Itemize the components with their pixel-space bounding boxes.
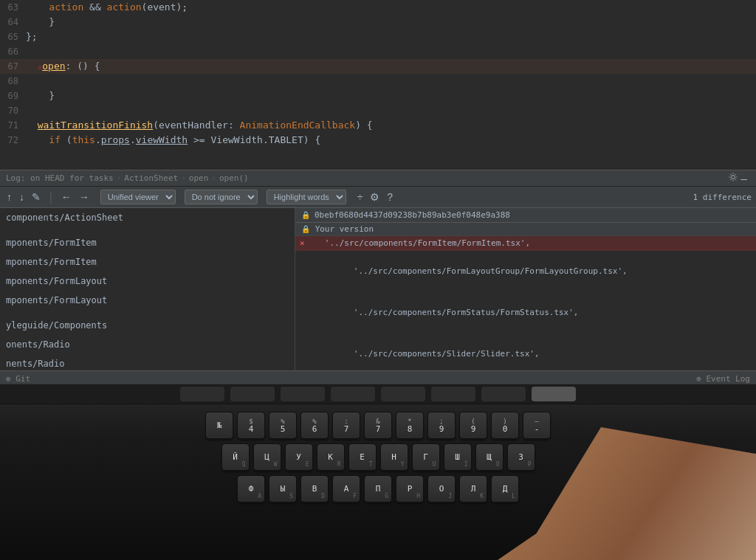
file-item[interactable]: nents/Radio	[0, 354, 295, 370]
file-item[interactable]: mponents/FormLayout	[0, 291, 295, 310]
diff-area: components/ActionSheet mponents/FormItem…	[0, 208, 756, 370]
line-content: ⚠open: () {	[26, 59, 756, 75]
diff-toolbar: ↑ ↓ ✎ | ← → Unified viewer Do not ignore…	[0, 186, 756, 208]
breadcrumb-actionsheet[interactable]: ActionSheet	[124, 173, 178, 183]
log-label: Log: on HEAD for tasks	[6, 173, 114, 183]
diff-line-2: '../src/components/FormLayoutGroup/FormL…	[339, 266, 628, 276]
key-l[interactable]: Л K	[459, 475, 487, 503]
touchbar-key[interactable]	[381, 387, 425, 401]
lock-icon2: 🔒	[301, 225, 310, 233]
key-8[interactable]: * 8	[396, 412, 424, 440]
edit-btn[interactable]: ✎	[30, 190, 43, 204]
key-d[interactable]: Д L	[491, 475, 519, 503]
breadcrumb-bar: Log: on HEAD for tasks › ActionSheet › o…	[0, 170, 756, 186]
key-5[interactable]: % 5	[269, 412, 297, 440]
touchbar	[0, 384, 756, 404]
key-label: Щ	[487, 453, 492, 461]
code-line-68: 68	[0, 74, 756, 89]
line-number: 66	[0, 44, 26, 59]
key-f[interactable]: Ф A	[237, 475, 265, 503]
settings-btn[interactable]: ⚙	[368, 190, 382, 204]
diff-version-header: 🔒 Your version	[295, 223, 756, 236]
key-c[interactable]: Ц W	[253, 443, 281, 471]
key-p[interactable]: П G	[364, 475, 392, 503]
keyboard-area: № $ 4 % 5 % 6 : 7 &	[0, 384, 756, 560]
key-latin: O	[496, 461, 500, 468]
touchbar-key[interactable]	[431, 387, 475, 401]
key-9b[interactable]: ( 9	[459, 412, 487, 440]
line-content: if (this.props.viewWidth >= ViewWidth.TA…	[26, 133, 756, 148]
right-arrow-btn[interactable]: →	[77, 190, 92, 204]
key-sh[interactable]: Ш I	[444, 443, 472, 471]
file-item[interactable]: mponents/FormItem	[0, 252, 295, 272]
line-number: 70	[0, 103, 26, 118]
key-latin: T	[369, 461, 373, 468]
settings-icon[interactable]	[728, 172, 738, 182]
breadcrumb-open2[interactable]: open()	[219, 173, 249, 183]
key-v[interactable]: В D	[300, 475, 329, 503]
file-item[interactable]: onents/Radio	[0, 335, 295, 354]
file-item[interactable]	[0, 227, 295, 233]
file-item[interactable]: components/ActionSheet	[0, 208, 295, 227]
code-line-64: 64 }	[0, 15, 756, 30]
key-no[interactable]: №	[205, 412, 233, 440]
key-y[interactable]: Ы S	[269, 475, 297, 503]
key-label: П	[376, 485, 381, 493]
event-log-label[interactable]: ⊕ Event Log	[696, 374, 750, 384]
code-line-63: 63 action && action(event);	[0, 0, 756, 15]
key-r[interactable]: Р H	[396, 475, 424, 503]
key-u[interactable]: У E	[285, 443, 313, 471]
key-a[interactable]: А F	[332, 475, 360, 503]
removed-marker: ×	[300, 237, 310, 250]
key-k[interactable]: К R	[317, 443, 345, 471]
key-7a[interactable]: : 7	[332, 412, 360, 440]
divide-btn[interactable]: ÷	[355, 190, 365, 204]
breadcrumb-open1[interactable]: open	[189, 173, 209, 183]
touchbar-key[interactable]	[230, 387, 275, 401]
left-arrow-btn[interactable]: ←	[59, 190, 74, 204]
key-6[interactable]: % 6	[300, 412, 329, 440]
key-n[interactable]: Н Y	[380, 443, 408, 471]
key-ye[interactable]: Е T	[348, 443, 377, 471]
key-z[interactable]: З P	[507, 443, 535, 471]
key-4[interactable]: $ 4	[237, 412, 265, 440]
file-item[interactable]: mponents/FormItem	[0, 233, 295, 252]
breadcrumb-sep3: ›	[211, 173, 216, 183]
key-shch[interactable]: Щ O	[475, 443, 504, 471]
key-minus[interactable]: — -	[523, 412, 551, 440]
viewer-dropdown[interactable]: Unified viewer	[100, 190, 176, 204]
key-j[interactable]: Й Q	[221, 443, 250, 471]
key-label: Р	[408, 485, 413, 493]
help-btn[interactable]: ?	[385, 190, 395, 204]
key-0[interactable]: ) 0	[491, 412, 519, 440]
key-g[interactable]: Г U	[412, 443, 440, 471]
file-item[interactable]: yleguide/Components	[0, 316, 295, 335]
up-arrow-btn[interactable]: ↑	[4, 190, 14, 204]
key-7b[interactable]: & 7	[364, 412, 392, 440]
touchbar-key[interactable]	[481, 387, 526, 401]
line-number: 72	[0, 133, 26, 148]
key-o[interactable]: О J	[427, 475, 456, 503]
file-item[interactable]: mponents/FormLayout	[0, 272, 295, 291]
line-content: action && action(event);	[26, 0, 756, 15]
file-item[interactable]	[0, 310, 295, 316]
key-label: Ц	[264, 453, 269, 461]
git-label[interactable]: ⊗ Git	[6, 374, 30, 384]
touchbar-key[interactable]	[331, 387, 375, 401]
touchbar-key[interactable]	[532, 387, 576, 401]
highlight-dropdown[interactable]: Highlight words	[267, 190, 346, 204]
down-arrow-btn[interactable]: ↓	[17, 190, 27, 204]
touchbar-key[interactable]	[180, 387, 224, 401]
key-latin: K	[480, 493, 484, 499]
diff-removed-line: × '../src/components/FormItem/FormItem.t…	[295, 236, 756, 251]
ignore-dropdown[interactable]: Do not ignore	[185, 190, 258, 204]
line-number: 71	[0, 118, 26, 133]
key-bottom: 4	[249, 425, 254, 433]
key-9a[interactable]: ; 9	[427, 412, 456, 440]
key-latin: Q	[242, 461, 246, 468]
key-bottom: 0	[503, 425, 508, 433]
touchbar-key[interactable]	[281, 387, 325, 401]
code-line-71: 71 waitTransitionFinish(eventHandler: An…	[0, 118, 756, 133]
diff-commit-hash: 🔒 0bebf0680d4437d09238b7b89ab3e0f048e9a3…	[295, 208, 756, 223]
diff-line-1: '../src/components/FormItem/FormItem.tsx…	[310, 237, 530, 250]
